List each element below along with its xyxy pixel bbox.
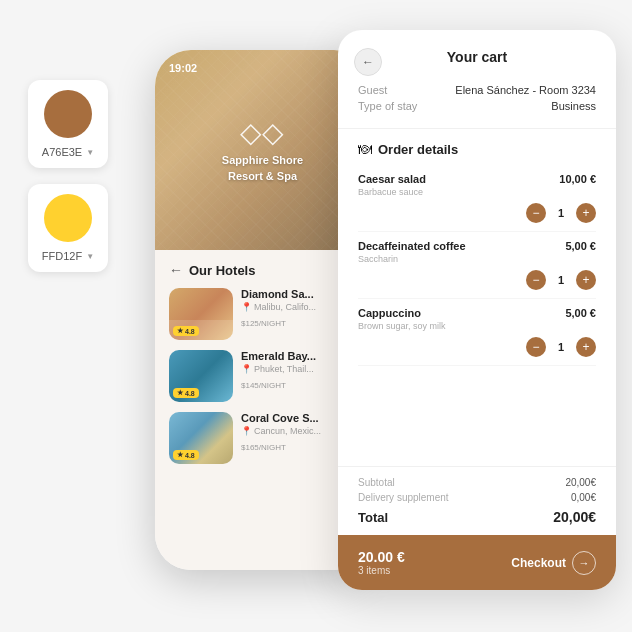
swatch-color-brown xyxy=(44,90,92,138)
cart-item-price: 5,00 € xyxy=(565,240,596,252)
location-icon: 📍 xyxy=(241,302,252,312)
qty-increase-button[interactable]: + xyxy=(576,270,596,290)
swatch-label-brown: A76E3E ▼ xyxy=(42,146,94,158)
hotel-list-item[interactable]: ★ 4.8 Emerald Bay... 📍 Phuket, Thail... … xyxy=(169,350,356,402)
guest-label: Guest xyxy=(358,84,387,96)
hotel-list-item[interactable]: ★ 4.8 Coral Cove S... 📍 Cancun, Mexic...… xyxy=(169,412,356,464)
hotel-list-item[interactable]: ★ 4.8 Diamond Sa... 📍 Malibu, Califo... … xyxy=(169,288,356,340)
cart-item-controls: − 1 + xyxy=(358,203,596,223)
cart-item-price: 5,00 € xyxy=(565,307,596,319)
swatch-card-brown[interactable]: A76E3E ▼ xyxy=(28,80,108,168)
hotels-section-title: Our Hotels xyxy=(189,263,255,278)
chevron-down-icon-2: ▼ xyxy=(86,252,94,261)
hotel-thumbnail-1: ★ 4.8 xyxy=(169,288,233,340)
delivery-row: Delivery supplement 0,00€ xyxy=(358,492,596,503)
cart-items-list: Caesar salad 10,00 € Barbacue sauce − 1 … xyxy=(338,165,616,466)
qty-decrease-button[interactable]: − xyxy=(526,337,546,357)
order-icon: 🍽 xyxy=(358,141,372,157)
footer-price-area: 20.00 € 3 items xyxy=(358,549,405,576)
hotel-hero-title: Sapphire ShoreResort & Spa xyxy=(222,153,303,184)
checkout-button[interactable]: Checkout → xyxy=(511,551,596,575)
cart-item-controls: − 1 + xyxy=(358,270,596,290)
swatch-hex-yellow: FFD12F xyxy=(42,250,82,262)
stay-label: Type of stay xyxy=(358,100,417,112)
cart-guest-info: Guest Elena Sánchez - Room 3234 Type of … xyxy=(338,76,616,129)
qty-increase-button[interactable]: + xyxy=(576,337,596,357)
qty-value: 1 xyxy=(554,274,568,286)
stay-row: Type of stay Business xyxy=(358,100,596,112)
cart-item-desc: Barbacue sauce xyxy=(358,187,596,197)
delivery-label: Delivery supplement xyxy=(358,492,449,503)
chevron-down-icon: ▼ xyxy=(86,148,94,157)
cart-item-desc: Brown sugar, soy milk xyxy=(358,321,596,331)
checkout-label: Checkout xyxy=(511,556,566,570)
order-details-header: 🍽 Order details xyxy=(338,129,616,165)
delivery-value: 0,00€ xyxy=(571,492,596,503)
order-details-title: Order details xyxy=(378,142,458,157)
qty-increase-button[interactable]: + xyxy=(576,203,596,223)
footer-total-price: 20.00 € xyxy=(358,549,405,565)
checkout-arrow-icon: → xyxy=(572,551,596,575)
hotel-logo-icon: ◇◇ xyxy=(222,116,303,149)
cart-panel: ← Your cart Guest Elena Sánchez - Room 3… xyxy=(338,30,616,590)
cart-item-row: Caesar salad 10,00 € xyxy=(358,173,596,185)
qty-decrease-button[interactable]: − xyxy=(526,203,546,223)
cart-item-row: Decaffeinated coffee 5,00 € xyxy=(358,240,596,252)
footer-item-count: 3 items xyxy=(358,565,405,576)
cart-item-name: Cappuccino xyxy=(358,307,421,319)
cart-item: Caesar salad 10,00 € Barbacue sauce − 1 … xyxy=(358,165,596,232)
subtotal-row: Subtotal 20,00€ xyxy=(358,477,596,488)
cart-footer: 20.00 € 3 items Checkout → xyxy=(338,535,616,590)
swatch-color-yellow xyxy=(44,194,92,242)
cart-title: Your cart xyxy=(447,49,507,65)
hotel-thumbnail-2: ★ 4.8 xyxy=(169,350,233,402)
grand-total-label: Total xyxy=(358,510,388,525)
qty-value: 1 xyxy=(554,207,568,219)
location-icon-2: 📍 xyxy=(241,364,252,374)
color-swatches: A76E3E ▼ FFD12F ▼ xyxy=(28,80,108,272)
stay-value: Business xyxy=(551,100,596,112)
hotel-rating-1: ★ 4.8 xyxy=(173,326,199,336)
cart-item-name: Caesar salad xyxy=(358,173,426,185)
grand-total-row: Total 20,00€ xyxy=(358,509,596,525)
guest-row: Guest Elena Sánchez - Room 3234 xyxy=(358,84,596,96)
grand-total-value: 20,00€ xyxy=(553,509,596,525)
cart-item-controls: − 1 + xyxy=(358,337,596,357)
qty-value: 1 xyxy=(554,341,568,353)
back-arrow-icon[interactable]: ← xyxy=(169,262,183,278)
cart-item-desc: Saccharin xyxy=(358,254,596,264)
cart-item-row: Cappuccino 5,00 € xyxy=(358,307,596,319)
hotel-rating-2: ★ 4.8 xyxy=(173,388,199,398)
guest-value: Elena Sánchez - Room 3234 xyxy=(455,84,596,96)
cart-item-name: Decaffeinated coffee xyxy=(358,240,466,252)
hotel-thumbnail-3: ★ 4.8 xyxy=(169,412,233,464)
swatch-hex-brown: A76E3E xyxy=(42,146,82,158)
cart-item-price: 10,00 € xyxy=(559,173,596,185)
swatch-card-yellow[interactable]: FFD12F ▼ xyxy=(28,184,108,272)
cart-item: Cappuccino 5,00 € Brown sugar, soy milk … xyxy=(358,299,596,366)
status-bar-time: 19:02 xyxy=(169,62,197,74)
cart-header: ← Your cart xyxy=(338,30,616,76)
cart-item: Decaffeinated coffee 5,00 € Saccharin − … xyxy=(358,232,596,299)
subtotal-label: Subtotal xyxy=(358,477,395,488)
hero-logo-area: ◇◇ Sapphire ShoreResort & Spa xyxy=(222,116,303,184)
qty-decrease-button[interactable]: − xyxy=(526,270,546,290)
hotel-rating-3: ★ 4.8 xyxy=(173,450,199,460)
cart-back-button[interactable]: ← xyxy=(354,48,382,76)
hotels-header: ← Our Hotels xyxy=(169,262,356,278)
swatch-label-yellow: FFD12F ▼ xyxy=(42,250,94,262)
location-icon-3: 📍 xyxy=(241,426,252,436)
cart-totals: Subtotal 20,00€ Delivery supplement 0,00… xyxy=(338,466,616,535)
subtotal-value: 20,00€ xyxy=(565,477,596,488)
